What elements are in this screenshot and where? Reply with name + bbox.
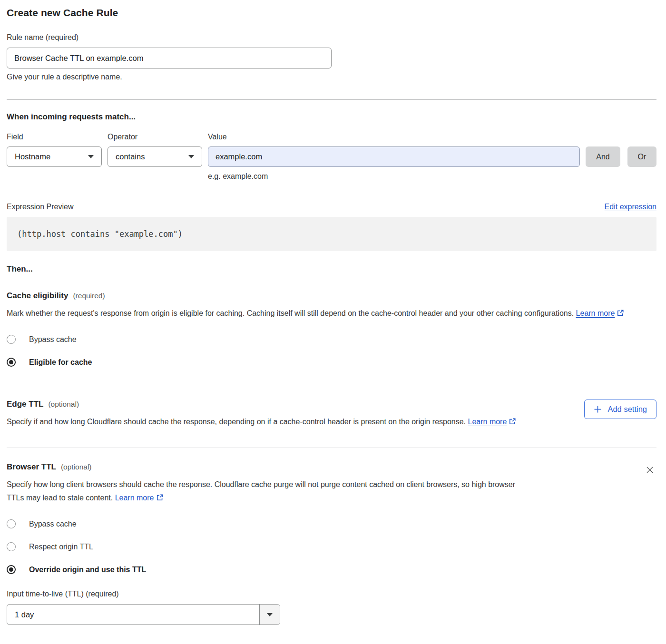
cache-eligibility-heading-row: Cache eligibility (required) <box>7 291 656 301</box>
field-label: Field <box>7 133 108 141</box>
cache-eligibility-heading: Cache eligibility <box>7 291 68 301</box>
field-select[interactable]: Hostname <box>7 146 102 167</box>
match-section-heading: When incoming requests match... <box>7 112 656 122</box>
external-link-icon <box>617 308 624 321</box>
ttl-select-value: 1 day <box>7 605 259 624</box>
edge-ttl-qualifier: (optional) <box>48 400 79 409</box>
rule-name-label: Rule name (required) <box>7 33 656 42</box>
operator-select-value: contains <box>116 152 145 161</box>
divider <box>7 99 656 100</box>
divider <box>7 448 656 448</box>
rule-name-input[interactable] <box>7 48 332 68</box>
radio-button-unselected[interactable] <box>7 519 16 528</box>
edge-ttl-description-text: Specify if and how long Cloudflare shoul… <box>7 418 468 426</box>
add-setting-label: Add setting <box>607 405 647 414</box>
radio-option-eligible-for-cache[interactable]: Eligible for cache <box>7 358 656 367</box>
radio-button-unselected[interactable] <box>7 335 16 344</box>
value-input[interactable] <box>208 146 580 167</box>
expression-code-block: (http.host contains "example.com") <box>7 217 656 251</box>
radio-label: Respect origin TTL <box>29 543 93 551</box>
and-button[interactable]: And <box>586 146 620 167</box>
edit-expression-link[interactable]: Edit expression <box>605 203 656 211</box>
expression-preview-row: Expression Preview Edit expression <box>7 203 656 211</box>
operator-label: Operator <box>108 133 208 141</box>
add-setting-button[interactable]: Add setting <box>584 400 656 419</box>
value-label: Value <box>208 133 227 141</box>
chevron-down-icon <box>188 155 194 158</box>
cache-eligibility-description-text: Mark whether the request's response from… <box>7 309 576 317</box>
divider <box>7 385 656 385</box>
browser-ttl-heading-row: Browser TTL (optional) <box>7 462 525 472</box>
radio-label: Eligible for cache <box>29 358 92 367</box>
radio-button-unselected[interactable] <box>7 542 16 551</box>
value-help: e.g. example.com <box>208 172 656 181</box>
edge-ttl-heading: Edge TTL <box>7 400 43 409</box>
then-heading: Then... <box>7 264 656 274</box>
ttl-select-arrow-button[interactable] <box>259 605 280 624</box>
ttl-select[interactable]: 1 day <box>7 604 280 625</box>
radio-option-bypass-cache[interactable]: Bypass cache <box>7 335 656 344</box>
radio-option-respect-origin-ttl[interactable]: Respect origin TTL <box>7 542 656 551</box>
ttl-input-label: Input time-to-live (TTL) (required) <box>7 590 656 598</box>
learn-more-link[interactable]: Learn more <box>115 494 154 502</box>
field-select-value: Hostname <box>15 152 50 161</box>
edge-ttl-header-row: Edge TTL (optional) Specify if and how l… <box>7 400 656 429</box>
page-title: Create new Cache Rule <box>7 7 656 19</box>
match-condition-row: Hostname contains And Or <box>7 146 656 167</box>
radio-option-override-origin-ttl[interactable]: Override origin and use this TTL <box>7 565 656 574</box>
chevron-down-icon <box>88 155 94 158</box>
expression-preview-label: Expression Preview <box>7 203 74 211</box>
edge-ttl-description: Specify if and how long Cloudflare shoul… <box>7 415 516 429</box>
radio-label: Bypass cache <box>29 335 77 344</box>
external-link-icon <box>156 492 164 506</box>
cache-eligibility-qualifier: (required) <box>73 292 105 300</box>
close-button[interactable] <box>643 463 656 477</box>
browser-ttl-qualifier: (optional) <box>61 463 92 471</box>
expression-code: (http.host contains "example.com") <box>17 229 183 239</box>
or-button[interactable]: Or <box>627 146 656 167</box>
browser-ttl-description: Specify how long client browsers should … <box>7 478 525 506</box>
edge-ttl-heading-group: Edge TTL (optional) Specify if and how l… <box>7 400 516 429</box>
chevron-down-icon <box>267 613 273 616</box>
browser-ttl-header-row: Browser TTL (optional) Specify how long … <box>7 462 656 506</box>
cache-eligibility-description: Mark whether the request's response from… <box>7 307 646 321</box>
browser-ttl-heading: Browser TTL <box>7 462 56 472</box>
radio-button-selected[interactable] <box>7 358 16 367</box>
radio-label: Bypass cache <box>29 520 77 528</box>
close-icon <box>645 469 655 476</box>
learn-more-link[interactable]: Learn more <box>576 309 615 317</box>
radio-button-selected[interactable] <box>7 565 16 574</box>
operator-select[interactable]: contains <box>108 146 202 167</box>
create-cache-rule-form: Create new Cache Rule Rule name (require… <box>0 0 666 625</box>
radio-label: Override origin and use this TTL <box>29 566 146 574</box>
radio-option-browser-bypass-cache[interactable]: Bypass cache <box>7 519 656 528</box>
rule-name-help: Give your rule a descriptive name. <box>7 73 656 81</box>
external-link-icon <box>509 416 516 429</box>
plus-icon <box>594 405 602 413</box>
match-column-labels: Field Operator Value <box>7 133 656 141</box>
browser-ttl-heading-group: Browser TTL (optional) Specify how long … <box>7 462 525 506</box>
browser-ttl-description-text: Specify how long client browsers should … <box>7 480 515 502</box>
edge-ttl-heading-row: Edge TTL (optional) <box>7 400 516 409</box>
learn-more-link[interactable]: Learn more <box>468 418 507 426</box>
